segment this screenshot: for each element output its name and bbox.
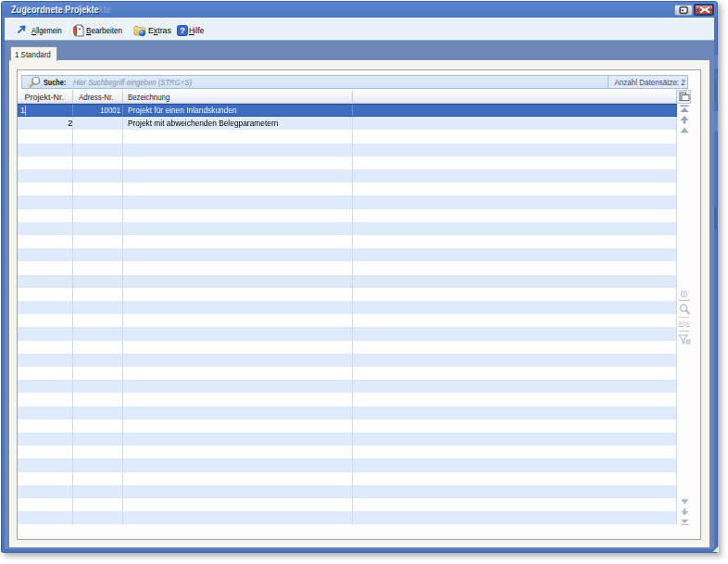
svg-text:?: ? — [180, 25, 185, 35]
